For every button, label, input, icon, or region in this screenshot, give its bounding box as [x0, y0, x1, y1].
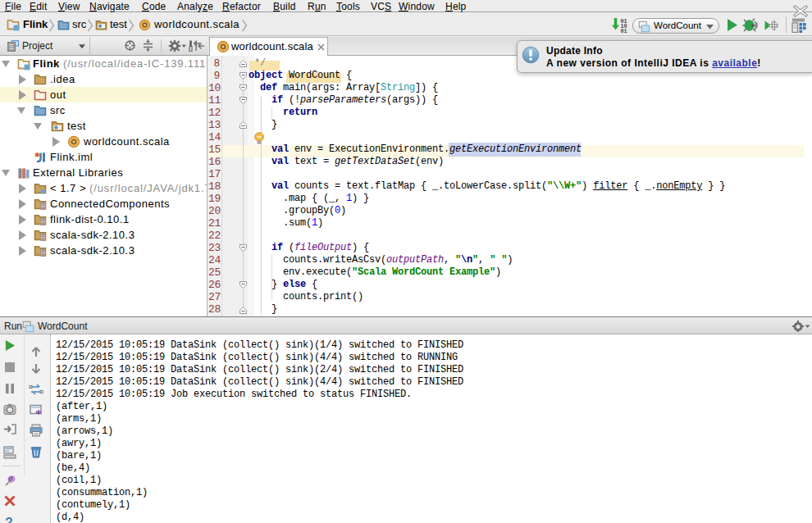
svg-text:01: 01 [621, 28, 627, 33]
svg-text:?: ? [5, 516, 13, 523]
